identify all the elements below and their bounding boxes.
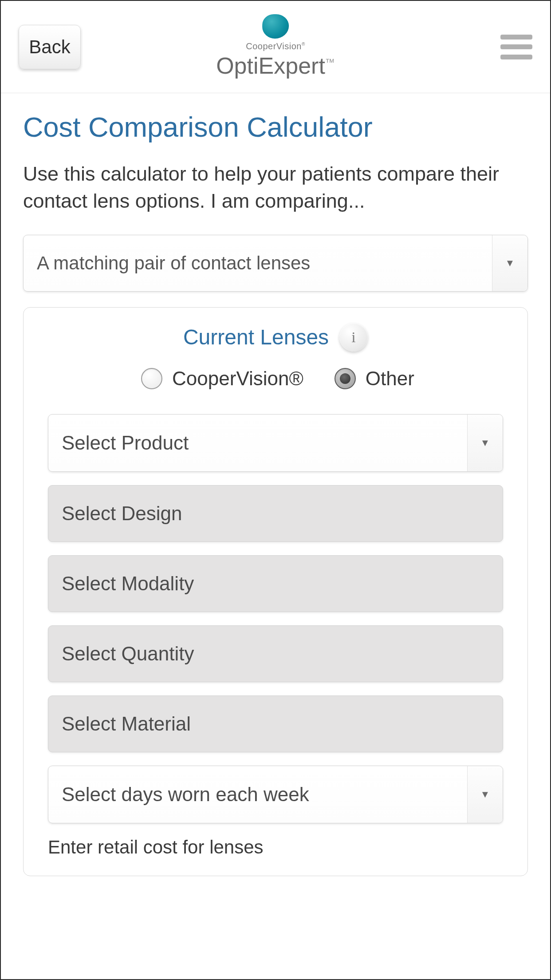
content: Cost Comparison Calculator Use this calc… (1, 93, 550, 876)
back-button[interactable]: Back (19, 25, 81, 69)
current-lenses-card: Current Lenses i CooperVision® Other Sel… (23, 307, 528, 876)
modality-field: Select Modality (48, 555, 503, 612)
page-title: Cost Comparison Calculator (23, 111, 528, 143)
material-field: Select Material (48, 695, 503, 752)
brand-radio-group: CooperVision® Other (48, 368, 503, 390)
header: Back CooperVision® OptiExpert™ (1, 1, 550, 93)
brand-logo-icon (262, 14, 289, 39)
chevron-down-icon: ▼ (467, 766, 503, 823)
quantity-placeholder: Select Quantity (62, 643, 194, 665)
days-select[interactable]: Select days worn each week ▼ (48, 766, 503, 823)
product-select[interactable]: Select Product ▼ (48, 414, 503, 472)
card-title: Current Lenses (183, 325, 329, 349)
menu-icon[interactable] (500, 35, 532, 59)
brand-subtitle: CooperVision® (246, 41, 305, 51)
product-select-value: Select Product (62, 432, 189, 454)
radio-label: CooperVision® (172, 368, 303, 390)
radio-coopervision[interactable]: CooperVision® (141, 368, 303, 390)
radio-icon (141, 368, 162, 389)
design-placeholder: Select Design (62, 502, 182, 525)
quantity-field: Select Quantity (48, 625, 503, 682)
chevron-down-icon: ▼ (492, 235, 527, 291)
radio-icon (335, 368, 356, 389)
modality-placeholder: Select Modality (62, 573, 194, 595)
radio-other[interactable]: Other (335, 368, 414, 390)
design-field: Select Design (48, 485, 503, 542)
retail-cost-label: Enter retail cost for lenses (48, 837, 503, 858)
chevron-down-icon: ▼ (467, 415, 503, 471)
material-placeholder: Select Material (62, 713, 191, 735)
days-select-value: Select days worn each week (62, 783, 309, 806)
brand-title: OptiExpert™ (216, 52, 335, 79)
intro-text: Use this calculator to help your patient… (23, 161, 528, 215)
compare-select-value: A matching pair of contact lenses (37, 253, 310, 274)
brand: CooperVision® OptiExpert™ (216, 14, 335, 79)
info-icon[interactable]: i (339, 323, 368, 352)
radio-label: Other (366, 368, 414, 390)
compare-select[interactable]: A matching pair of contact lenses ▼ (23, 235, 528, 292)
